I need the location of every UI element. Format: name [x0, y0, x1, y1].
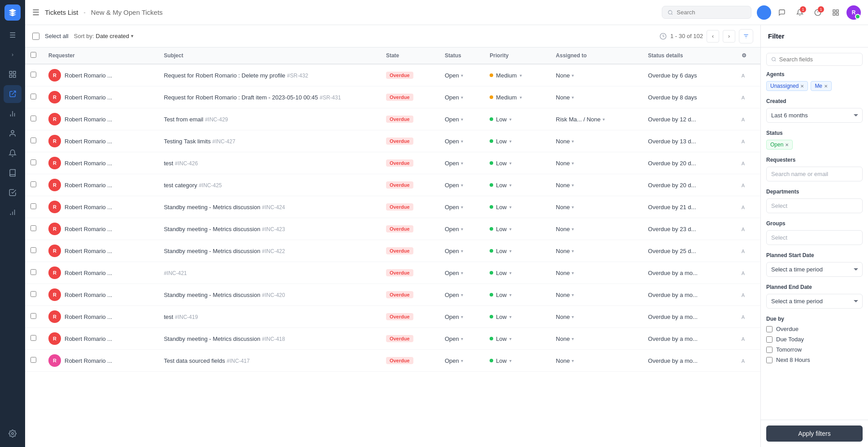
priority-chevron-icon[interactable]: ▾: [509, 358, 512, 363]
status-chevron-icon[interactable]: ▾: [461, 358, 463, 363]
chat-button[interactable]: [775, 5, 789, 20]
user-avatar[interactable]: R: [846, 5, 861, 20]
row-checkbox[interactable]: [30, 94, 36, 99]
priority-chevron-icon[interactable]: ▾: [509, 139, 512, 144]
checkbox-due-today[interactable]: Due Today: [766, 336, 863, 343]
overdue-checkbox[interactable]: [766, 326, 773, 332]
grid-button[interactable]: [829, 5, 843, 20]
status-chevron-icon[interactable]: ▾: [461, 314, 463, 319]
assigned-chevron-icon[interactable]: ▾: [572, 249, 574, 254]
priority-chevron-icon[interactable]: ▾: [509, 227, 512, 232]
status-chevron-icon[interactable]: ▾: [461, 183, 463, 188]
priority-chevron-icon[interactable]: ▾: [520, 95, 522, 100]
groups-input[interactable]: [766, 230, 863, 245]
sidebar-item-knowledge[interactable]: [4, 164, 22, 182]
select-all-checkbox[interactable]: [32, 33, 39, 40]
priority-chevron-icon[interactable]: ▾: [509, 183, 512, 188]
col-settings-icon[interactable]: ⚙: [742, 52, 746, 59]
status-chevron-icon[interactable]: ▾: [461, 139, 463, 144]
row-checkbox[interactable]: [30, 72, 36, 77]
status-chevron-icon[interactable]: ▾: [461, 336, 463, 341]
remove-unassigned-button[interactable]: ✕: [800, 84, 804, 89]
row-checkbox[interactable]: [30, 313, 36, 319]
priority-chevron-icon[interactable]: ▾: [509, 314, 512, 319]
pagination-next[interactable]: ›: [723, 30, 735, 43]
sidebar-item-tickets[interactable]: [4, 85, 22, 103]
row-checkbox[interactable]: [30, 357, 36, 363]
sidebar-item-hamburger[interactable]: ☰: [4, 26, 22, 44]
row-checkbox[interactable]: [30, 116, 36, 121]
next-8-hours-checkbox[interactable]: [766, 357, 773, 363]
checkbox-tomorrow[interactable]: Tomorrow: [766, 346, 863, 353]
assigned-chevron-icon[interactable]: ▾: [572, 183, 574, 188]
row-checkbox[interactable]: [30, 269, 36, 275]
assigned-chevron-icon[interactable]: ▾: [572, 227, 574, 232]
status-chevron-icon[interactable]: ▾: [461, 249, 463, 254]
apply-filters-button[interactable]: Apply filters: [766, 426, 863, 442]
planned-start-select[interactable]: Select a time period Today This week Thi…: [766, 262, 863, 277]
assigned-chevron-icon[interactable]: ▾: [572, 205, 574, 210]
priority-chevron-icon[interactable]: ▾: [509, 205, 512, 210]
priority-chevron-icon[interactable]: ▾: [509, 271, 512, 275]
priority-chevron-icon[interactable]: ▾: [509, 161, 512, 166]
assigned-chevron-icon[interactable]: ▾: [572, 271, 574, 275]
status-chevron-icon[interactable]: ▾: [461, 292, 463, 297]
sidebar-item-tasks[interactable]: [4, 184, 22, 202]
filter-toggle-button[interactable]: [739, 29, 753, 43]
status-chevron-icon[interactable]: ▾: [461, 95, 463, 100]
app-logo[interactable]: [4, 4, 21, 21]
add-button[interactable]: [757, 5, 771, 20]
sidebar-item-alerts[interactable]: [4, 144, 22, 162]
assigned-chevron-icon[interactable]: ▾: [603, 117, 605, 122]
row-checkbox[interactable]: [30, 181, 36, 187]
topbar-menu-icon[interactable]: ☰: [32, 8, 39, 17]
assigned-chevron-icon[interactable]: ▾: [572, 95, 574, 100]
sidebar-item-reports[interactable]: [4, 203, 22, 221]
assigned-chevron-icon[interactable]: ▾: [572, 139, 574, 144]
row-checkbox[interactable]: [30, 291, 36, 297]
table-header-checkbox[interactable]: [30, 52, 36, 58]
alerts-button[interactable]: 1: [811, 5, 825, 20]
status-chevron-icon[interactable]: ▾: [461, 73, 463, 78]
status-chevron-icon[interactable]: ▾: [461, 161, 463, 166]
remove-me-button[interactable]: ✕: [824, 84, 828, 89]
priority-chevron-icon[interactable]: ▾: [509, 117, 512, 122]
status-chevron-icon[interactable]: ▾: [461, 271, 463, 275]
row-checkbox[interactable]: [30, 138, 36, 143]
created-select[interactable]: Last 6 months Last month Last week Today…: [766, 108, 863, 123]
row-checkbox[interactable]: [30, 159, 36, 165]
row-checkbox[interactable]: [30, 225, 36, 231]
status-chevron-icon[interactable]: ▾: [461, 205, 463, 210]
sidebar-item-analytics[interactable]: [4, 105, 22, 123]
tomorrow-checkbox[interactable]: [766, 347, 773, 353]
assigned-chevron-icon[interactable]: ▾: [572, 73, 574, 78]
topbar-search-input[interactable]: [677, 9, 746, 16]
sidebar-item-settings[interactable]: [4, 425, 22, 443]
remove-open-button[interactable]: ✕: [785, 142, 789, 147]
priority-chevron-icon[interactable]: ▾: [509, 292, 512, 297]
sidebar-item-dashboard[interactable]: [4, 65, 22, 83]
priority-chevron-icon[interactable]: ▾: [509, 249, 512, 254]
filter-search-input[interactable]: [779, 56, 858, 63]
assigned-chevron-icon[interactable]: ▾: [572, 292, 574, 297]
assigned-chevron-icon[interactable]: ▾: [572, 336, 574, 341]
status-chevron-icon[interactable]: ▾: [461, 117, 463, 122]
due-today-checkbox[interactable]: [766, 336, 773, 343]
pagination-prev[interactable]: ‹: [707, 30, 719, 43]
row-checkbox[interactable]: [30, 203, 36, 209]
priority-chevron-icon[interactable]: ▾: [509, 336, 512, 341]
status-chevron-icon[interactable]: ▾: [461, 227, 463, 232]
priority-chevron-icon[interactable]: ▾: [520, 73, 522, 78]
sort-by[interactable]: Sort by: Date created ▾: [74, 33, 134, 39]
row-checkbox[interactable]: [30, 247, 36, 253]
requesters-search-input[interactable]: [766, 167, 863, 181]
checkbox-next-8-hours[interactable]: Next 8 Hours: [766, 357, 863, 363]
row-checkbox[interactable]: [30, 335, 36, 341]
sidebar-item-contacts[interactable]: [4, 125, 22, 142]
sidebar-item-expand[interactable]: ›: [4, 46, 22, 64]
notifications-button[interactable]: 1: [793, 5, 807, 20]
assigned-chevron-icon[interactable]: ▾: [572, 314, 574, 319]
assigned-chevron-icon[interactable]: ▾: [572, 358, 574, 363]
departments-input[interactable]: [766, 198, 863, 213]
planned-end-select[interactable]: Select a time period Today This week Thi…: [766, 294, 863, 309]
